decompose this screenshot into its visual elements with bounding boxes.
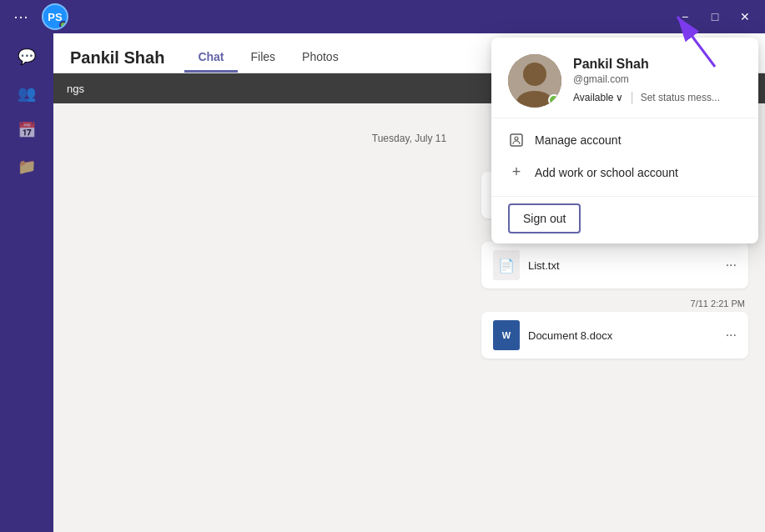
word-icon-3: W bbox=[493, 320, 520, 350]
tab-photos[interactable]: Photos bbox=[289, 43, 352, 73]
maximize-button[interactable]: □ bbox=[702, 3, 728, 30]
close-button[interactable]: ✕ bbox=[732, 3, 758, 30]
profile-header: Pankil Shah @gmail.com Available ∨ | Set… bbox=[491, 38, 758, 118]
message-bubble-3: W Document 8.docx ··· bbox=[481, 312, 748, 359]
message-group-3: 7/11 2:21 PM W Document 8.docx ··· bbox=[70, 299, 748, 359]
profile-avatar bbox=[508, 54, 561, 108]
message-bubble-2: 📄 List.txt ··· bbox=[481, 242, 748, 289]
tab-chat[interactable]: Chat bbox=[184, 43, 237, 73]
add-account-icon: + bbox=[508, 163, 525, 181]
sidebar: 💬 👥 📅 📁 bbox=[0, 33, 53, 532]
manage-account-item[interactable]: Manage account bbox=[491, 125, 758, 155]
file-name-2: List.txt bbox=[528, 259, 717, 272]
dropdown-menu: Manage account + Add work or school acco… bbox=[491, 118, 758, 196]
file-icon-2: 📄 bbox=[493, 250, 520, 280]
sidebar-files-icon[interactable]: 📁 bbox=[10, 150, 43, 183]
set-status-button[interactable]: Set status mess... bbox=[641, 92, 720, 103]
sidebar-calendar-icon[interactable]: 📅 bbox=[10, 113, 43, 147]
sign-out-button[interactable]: Sign out bbox=[508, 203, 581, 233]
minimize-button[interactable]: − bbox=[672, 3, 698, 30]
sign-out-section: Sign out bbox=[491, 196, 758, 243]
profile-status-dot bbox=[548, 94, 560, 106]
file-options-2[interactable]: ··· bbox=[726, 258, 737, 273]
status-separator: | bbox=[630, 90, 633, 105]
status-available-button[interactable]: Available ∨ bbox=[573, 92, 623, 103]
dark-bar-text: ngs bbox=[67, 83, 84, 95]
svg-point-4 bbox=[515, 137, 518, 140]
avatar-status-indicator bbox=[59, 21, 68, 29]
file-name-3: Document 8.docx bbox=[528, 329, 717, 342]
app-window: ⋯ PS − □ ✕ 💬 👥 📅 📁 bbox=[0, 0, 765, 532]
add-account-item[interactable]: + Add work or school account bbox=[491, 155, 758, 189]
add-account-label: Add work or school account bbox=[535, 166, 678, 179]
profile-dropdown: Pankil Shah @gmail.com Available ∨ | Set… bbox=[491, 38, 758, 243]
profile-name: Pankil Shah bbox=[573, 57, 742, 72]
file-options-3[interactable]: ··· bbox=[726, 328, 737, 343]
tab-files[interactable]: Files bbox=[238, 43, 289, 73]
header-tabs: Chat Files Photos bbox=[184, 43, 351, 73]
window-controls: − □ ✕ bbox=[672, 3, 758, 30]
profile-avatar-button[interactable]: PS bbox=[42, 3, 68, 30]
manage-account-icon bbox=[508, 133, 525, 147]
title-bar: ⋯ PS − □ ✕ bbox=[0, 0, 765, 33]
message-time-3: 7/11 2:21 PM bbox=[691, 299, 745, 309]
manage-account-label: Manage account bbox=[535, 133, 622, 147]
sidebar-teams-icon[interactable]: 👥 bbox=[10, 77, 43, 110]
more-options-button[interactable]: ⋯ bbox=[7, 3, 35, 31]
profile-email: @gmail.com bbox=[573, 73, 742, 85]
profile-status-row: Available ∨ | Set status mess... bbox=[573, 90, 742, 105]
profile-info: Pankil Shah @gmail.com Available ∨ | Set… bbox=[573, 57, 742, 105]
sidebar-chat-icon[interactable]: 💬 bbox=[10, 40, 43, 73]
svg-point-1 bbox=[523, 63, 546, 86]
contact-name: Pankil Shah bbox=[70, 48, 164, 68]
